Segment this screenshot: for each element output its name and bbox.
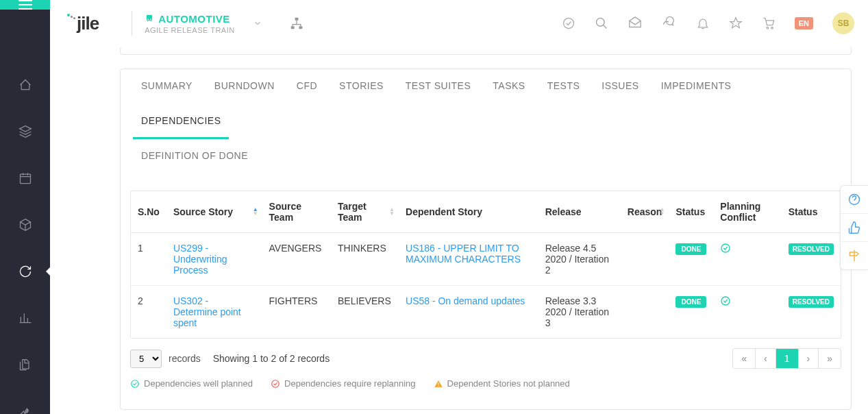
- cell-planning: [713, 233, 781, 286]
- records-label: records: [169, 353, 201, 364]
- signpost-icon: [847, 249, 861, 263]
- cell-reason: [621, 233, 669, 286]
- col-release[interactable]: Release: [538, 191, 621, 233]
- page-size-select[interactable]: 5: [130, 350, 162, 368]
- svg-point-4: [150, 19, 151, 20]
- sidebar-sync[interactable]: [12, 258, 39, 285]
- top-header: jile AUTOMOTIVE AGILE RELEASE TRAIN: [53, 0, 868, 47]
- tab-issues[interactable]: ISSUES: [593, 69, 647, 104]
- layers-icon: [18, 125, 32, 138]
- tour-button[interactable]: [841, 242, 868, 269]
- tab-test-suites[interactable]: TEST SUITES: [397, 69, 479, 104]
- pager-next[interactable]: ›: [799, 349, 819, 368]
- search-button[interactable]: [595, 16, 608, 30]
- tabs-row-2: DEFINITION OF DONE: [121, 139, 851, 174]
- svg-point-3: [148, 19, 149, 20]
- wrench-icon: [18, 404, 32, 414]
- check-circle-icon: [271, 379, 280, 389]
- notifications-button[interactable]: [696, 16, 710, 30]
- cell-source-story: US302 - Determine point spent: [166, 286, 262, 339]
- breadcrumb-subtitle: AGILE RELEASE TRAIN: [145, 26, 235, 34]
- help-button[interactable]: [841, 186, 868, 214]
- svg-point-13: [721, 297, 730, 305]
- pager-first[interactable]: «: [733, 349, 756, 368]
- col-sno[interactable]: S.No: [131, 191, 166, 233]
- tab-tests[interactable]: TESTS: [539, 69, 588, 104]
- pager-prev[interactable]: ‹: [756, 349, 776, 368]
- tab-cfd[interactable]: CFD: [288, 69, 325, 104]
- hamburger-icon: [18, 0, 32, 10]
- tab-stories[interactable]: STORIES: [331, 69, 392, 104]
- star-button[interactable]: [729, 16, 743, 30]
- dependencies-table: S.No Source Story▲▼ Source Team Target T…: [131, 191, 841, 338]
- svg-rect-2: [147, 15, 152, 21]
- tab-impediments[interactable]: IMPEDIMENTS: [653, 69, 740, 104]
- cart-button[interactable]: [762, 16, 776, 30]
- approve-button[interactable]: [562, 16, 575, 30]
- tab-summary[interactable]: SUMMARY: [133, 69, 201, 104]
- dependent-story-link[interactable]: US186 - UPPER LIMIT TO MAXIMUM CHARACTER…: [406, 243, 521, 265]
- sidebar-files[interactable]: [12, 351, 39, 378]
- warning-icon: [434, 379, 443, 389]
- svg-point-8: [563, 19, 573, 29]
- col-reason[interactable]: Reason▲▼: [621, 191, 669, 233]
- cell-planning: [713, 286, 781, 339]
- sidebar-calendar[interactable]: [12, 165, 39, 192]
- chat-icon: [662, 16, 677, 31]
- help-toolbar: [840, 185, 868, 270]
- train-icon: [145, 14, 154, 23]
- svg-rect-6: [290, 26, 294, 29]
- breadcrumb-dropdown[interactable]: [253, 19, 262, 28]
- source-story-link[interactable]: US302 - Determine point spent: [173, 295, 241, 328]
- cell-target-team: BELIEVERS: [331, 286, 399, 339]
- col-planning-conflict[interactable]: Planning Conflict: [713, 191, 781, 233]
- sidebar-tools[interactable]: [12, 398, 39, 414]
- col-source-team[interactable]: Source Team: [262, 191, 331, 233]
- language-badge[interactable]: EN: [795, 17, 813, 29]
- cell-release: Release 4.5 2020 / Iteration 2: [538, 233, 621, 286]
- breadcrumb-title: AUTOMOTIVE: [158, 13, 230, 25]
- tab-burndown[interactable]: BURNDOWN: [206, 69, 283, 104]
- pager-page-1[interactable]: 1: [776, 349, 799, 368]
- resolved-badge: RESOLVED: [789, 243, 834, 255]
- svg-rect-0: [20, 174, 30, 183]
- cell-release: Release 3.3 2020 / Iteration 3: [538, 286, 621, 339]
- pagination: « ‹ 1 › »: [732, 348, 841, 369]
- feedback-button[interactable]: [841, 214, 868, 242]
- sitemap-button[interactable]: [290, 16, 303, 30]
- sidebar-home[interactable]: [12, 71, 39, 99]
- tab-definition-of-done[interactable]: DEFINITION OF DONE: [133, 139, 256, 174]
- sidebar-box[interactable]: [12, 211, 39, 239]
- user-avatar[interactable]: SB: [832, 12, 854, 34]
- cell-dependent-story: US58 - On demand updates: [399, 286, 538, 339]
- thumbs-up-icon: [847, 221, 861, 234]
- tab-tasks[interactable]: TASKS: [484, 69, 533, 104]
- breadcrumb[interactable]: AUTOMOTIVE AGILE RELEASE TRAIN: [145, 13, 235, 34]
- source-story-link[interactable]: US299 - Underwriting Process: [173, 243, 227, 276]
- svg-point-12: [721, 244, 730, 252]
- col-source-story[interactable]: Source Story▲▼: [166, 191, 262, 233]
- table-row: 1US299 - Underwriting ProcessAVENGERSTHI…: [131, 233, 841, 286]
- col-dependent-story[interactable]: Dependent Story: [399, 191, 538, 233]
- dependent-story-link[interactable]: US58 - On demand updates: [406, 295, 525, 306]
- legend-well-planned: Dependencies well planned: [130, 378, 253, 389]
- sidebar-chart[interactable]: [12, 304, 39, 332]
- col-target-team[interactable]: Target Team▲▼: [331, 191, 399, 233]
- svg-point-15: [272, 380, 280, 387]
- col-status[interactable]: Status: [669, 191, 713, 233]
- svg-point-14: [132, 380, 139, 387]
- sitemap-icon: [290, 16, 303, 30]
- chat-button[interactable]: [662, 16, 677, 31]
- tab-dependencies[interactable]: DEPENDENCIES: [133, 104, 229, 139]
- cell-status2: RESOLVED: [782, 286, 841, 339]
- app-logo[interactable]: jile: [67, 13, 99, 34]
- check-circle-icon: [720, 295, 731, 306]
- files-icon: [18, 358, 32, 372]
- resolved-badge: RESOLVED: [789, 296, 834, 308]
- sidebar-toggle[interactable]: [0, 0, 50, 10]
- sidebar-layers[interactable]: [12, 118, 39, 145]
- pager-last[interactable]: »: [819, 349, 841, 368]
- mail-button[interactable]: [628, 16, 643, 31]
- col-status2[interactable]: Status: [782, 191, 841, 233]
- status-badge: DONE: [675, 296, 706, 308]
